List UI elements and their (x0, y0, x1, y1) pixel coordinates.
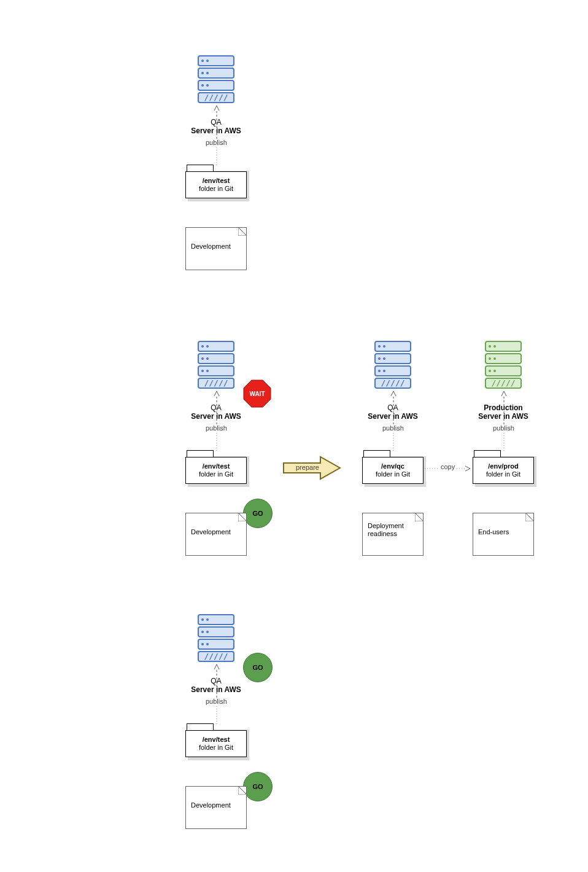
server-icon-production: ///// (485, 341, 522, 390)
note-development: Development (185, 227, 247, 270)
folder-env-test: /env/test folder in Git (185, 165, 247, 198)
folder-path: /env/prod (488, 462, 519, 470)
folder-path: /env/qc (381, 462, 404, 470)
edge-label-publish: publish (204, 139, 228, 146)
note-text: Deployment readiness (368, 522, 418, 538)
prepare-arrow: prepare (282, 456, 338, 478)
note-text: Development (191, 801, 231, 809)
note-text: Development (191, 528, 231, 535)
note-deployment-readiness: Deployment readiness (362, 513, 424, 556)
badge-text: GO (252, 783, 263, 790)
server-icon-qa: ///// (374, 341, 411, 390)
folder-env-test: /env/test folder in Git (185, 723, 247, 757)
server-icon-qa: ///// (198, 55, 234, 104)
edge-label-prepare: prepare (295, 464, 320, 471)
folder-path: /env/test (203, 462, 230, 470)
folder-env-test: /env/test folder in Git (185, 450, 247, 484)
edge-label-publish: publish (204, 698, 228, 705)
edge-label-publish: publish (381, 424, 405, 432)
folder-env-qc: /env/qc folder in Git (362, 450, 424, 484)
server-icon-qa: ///// (198, 341, 234, 390)
connector-publish (214, 663, 220, 698)
connector-publish (214, 104, 220, 139)
connector-publish (390, 390, 397, 424)
badge-text: GO (252, 664, 263, 671)
edge-label-publish: publish (204, 424, 228, 432)
edge-label-copy: copy (439, 463, 456, 470)
folder-path: /env/test (203, 177, 230, 185)
folder-env-prod: /env/prod folder in Git (473, 450, 534, 484)
note-text: End-users (478, 528, 509, 535)
go-badge: GO (243, 499, 273, 528)
note-development: Development (185, 513, 247, 556)
go-badge: GO (243, 772, 273, 801)
note-end-users: End-users (473, 513, 534, 556)
connector-publish (214, 390, 220, 424)
folder-desc: folder in Git (486, 470, 520, 478)
folder-desc: folder in Git (376, 470, 410, 478)
folder-desc: folder in Git (199, 470, 233, 478)
server-icon-qa: ///// (198, 614, 234, 663)
folder-desc: folder in Git (199, 185, 233, 193)
connector-publish (501, 390, 507, 424)
folder-path: /env/test (203, 736, 230, 744)
badge-text: WAIT (250, 391, 265, 397)
folder-desc: folder in Git (199, 744, 233, 752)
note-development: Development (185, 786, 247, 829)
note-text: Development (191, 243, 231, 250)
edge-label-publish: publish (492, 424, 516, 432)
badge-text: GO (252, 510, 263, 517)
